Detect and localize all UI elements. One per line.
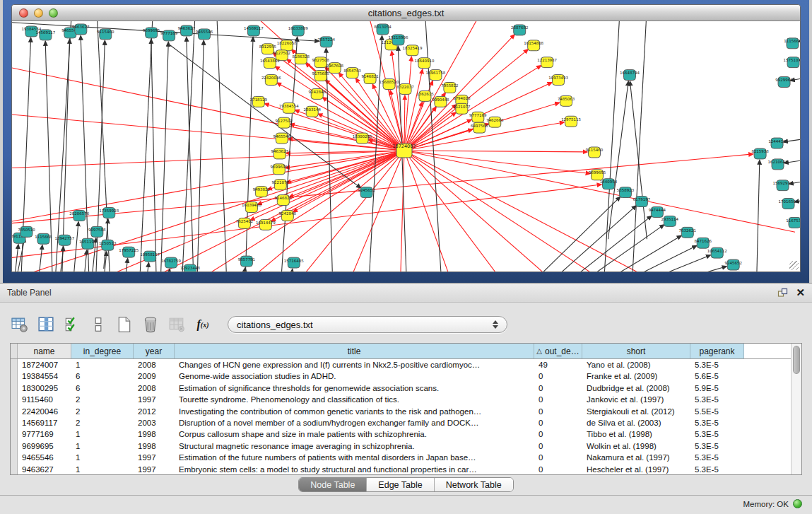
cell-out_degree: 0 bbox=[534, 464, 582, 474]
table-row[interactable]: 1830029562008Estimation of significance … bbox=[11, 382, 791, 394]
table-selector-dropdown[interactable]: citations_edges.txt bbox=[228, 316, 507, 333]
graph-node-label: 9777169 bbox=[469, 113, 487, 117]
cell-short: Yano et al. (2008) bbox=[582, 359, 690, 370]
statusbar-divider bbox=[0, 495, 812, 496]
tab-node-table[interactable]: Node Table bbox=[299, 478, 367, 491]
row-gutter bbox=[11, 452, 18, 463]
deselect-rows-icon[interactable] bbox=[88, 315, 108, 334]
cell-out_degree: 0 bbox=[534, 428, 582, 440]
tab-edge-table[interactable]: Edge Table bbox=[367, 478, 434, 491]
select-all-rows-icon[interactable] bbox=[62, 315, 82, 334]
graph-node-label: 15688520 bbox=[379, 80, 399, 84]
graph-node-label: 18640910 bbox=[415, 59, 435, 63]
close-traffic-light[interactable] bbox=[19, 8, 28, 18]
cell-out_degree: 0 bbox=[534, 452, 582, 463]
table-row[interactable]: 977716911998Corpus callosum shape and si… bbox=[11, 428, 791, 440]
graph-node-label: 9146821 bbox=[361, 74, 378, 78]
citation-network-graph[interactable]: 1872400789129551822605891275028186328982… bbox=[12, 21, 800, 271]
table-row[interactable]: 1938455462009Genome-wide association stu… bbox=[11, 370, 791, 382]
graph-node-label: 19218906 bbox=[389, 35, 408, 40]
graph-node-label: 1115668 bbox=[35, 235, 52, 239]
table-row[interactable]: 2242004622012Investigating the contribut… bbox=[11, 406, 791, 417]
cell-year: 2008 bbox=[134, 359, 175, 370]
cell-year: 1997 bbox=[134, 394, 175, 405]
graph-node-label: 9990448 bbox=[432, 98, 449, 102]
graph-node-label: 1451194 bbox=[79, 240, 97, 244]
cell-in_degree: 6 bbox=[71, 382, 134, 394]
float-panel-icon[interactable] bbox=[777, 288, 789, 298]
graph-node-label: 7857224 bbox=[317, 37, 335, 42]
table-vertical-scrollbar[interactable] bbox=[791, 344, 801, 474]
cell-short: Dudbridge et al. (2008) bbox=[582, 382, 690, 394]
cell-title: Structural magnetic resonance image aver… bbox=[175, 440, 534, 452]
table-row[interactable]: 1872400712008Changes of HCN gene express… bbox=[11, 359, 791, 370]
column-header-out-degree[interactable]: △ out_de… bbox=[534, 344, 582, 358]
graph-node-label: 9245652 bbox=[358, 188, 375, 192]
network-view-window: citations_edges.txt 18724007891295518226… bbox=[3, 0, 809, 283]
graph-node-label: 10958107 bbox=[140, 252, 160, 257]
graph-node-label: 7485063 bbox=[558, 97, 575, 101]
delete-table-icon[interactable] bbox=[141, 315, 160, 334]
network-canvas[interactable]: 1872400789129551822605891275028186328982… bbox=[12, 21, 800, 271]
cell-pagerank: 5.3E-5 bbox=[690, 428, 744, 440]
cell-out_degree: 0 bbox=[534, 440, 582, 452]
new-table-icon[interactable] bbox=[114, 315, 134, 334]
row-gutter bbox=[11, 344, 18, 358]
graph-node-label: 9463627 bbox=[72, 25, 90, 29]
column-header-short[interactable]: short bbox=[582, 344, 690, 358]
graph-node-label: 17359928 bbox=[99, 209, 119, 213]
graph-node-label: 5358923 bbox=[617, 188, 635, 192]
graph-node-label: 8454743 bbox=[343, 69, 361, 73]
tab-network-table[interactable]: Network Table bbox=[435, 478, 513, 491]
table-row[interactable]: 911546021997Tourette syndrome. Phenomeno… bbox=[11, 394, 791, 405]
graph-node-label: 8912955 bbox=[259, 45, 276, 49]
close-panel-icon[interactable]: ✕ bbox=[796, 288, 805, 298]
zoom-traffic-light[interactable] bbox=[49, 8, 58, 18]
graph-node-label: 2803144 bbox=[304, 107, 322, 112]
network-window-titlebar[interactable]: citations_edges.txt bbox=[12, 5, 800, 21]
scrollbar-thumb[interactable] bbox=[793, 346, 800, 374]
cell-out_degree: 0 bbox=[534, 406, 582, 417]
graph-node-label: 9242848 bbox=[309, 90, 326, 94]
table-row[interactable]: 969969511998Structural magnetic resonanc… bbox=[11, 440, 791, 452]
graph-node-label: 19384554 bbox=[279, 104, 299, 108]
table-settings-icon[interactable] bbox=[10, 315, 30, 334]
show-columns-icon[interactable] bbox=[36, 315, 56, 334]
cell-name: 9115460 bbox=[18, 394, 71, 405]
column-header-title[interactable]: title bbox=[175, 344, 534, 358]
header-filler bbox=[744, 344, 791, 358]
graph-node-label: 9121077 bbox=[272, 180, 290, 185]
cell-name: 9465546 bbox=[18, 452, 71, 463]
graph-node-label: 20206576 bbox=[69, 211, 89, 216]
table-row[interactable]: 1456911722003Disruption of a novel membe… bbox=[11, 417, 791, 428]
cell-in_degree: 6 bbox=[71, 370, 134, 382]
network-window-title: citations_edges.txt bbox=[368, 8, 445, 18]
import-table-disabled-icon bbox=[167, 315, 187, 334]
cell-name: 14569117 bbox=[18, 417, 71, 428]
column-header-in-degree[interactable]: in_degree bbox=[71, 344, 134, 358]
graph-node-label: 15692971 bbox=[773, 181, 793, 185]
graph-node-label: 8322037 bbox=[396, 85, 414, 89]
graph-node-label: 9121077 bbox=[453, 105, 471, 109]
function-builder-icon[interactable]: f(x) bbox=[193, 315, 213, 334]
table-row[interactable]: 946554611997Estimation of the future num… bbox=[11, 452, 791, 463]
cell-title: Genome-wide association studies in ADHD. bbox=[175, 370, 534, 382]
column-header-pagerank[interactable]: pagerank bbox=[690, 344, 744, 358]
table-row[interactable]: 946362711997Embryonic stem cells: a mode… bbox=[11, 464, 791, 474]
row-gutter bbox=[11, 406, 18, 417]
graph-node-label: 9929960 bbox=[775, 78, 793, 82]
minimize-traffic-light[interactable] bbox=[34, 8, 43, 18]
table-type-tabbar: Node Table Edge Table Network Table bbox=[0, 477, 812, 492]
row-gutter bbox=[11, 428, 18, 440]
graph-node-label: 9146821 bbox=[275, 196, 292, 200]
window-resize-grip[interactable] bbox=[789, 261, 799, 270]
cell-in_degree: 1 bbox=[71, 452, 134, 463]
graph-node-label: 9097588 bbox=[88, 228, 106, 232]
cell-pagerank: 5.9E-5 bbox=[690, 382, 744, 394]
column-header-year[interactable]: year bbox=[134, 344, 175, 358]
graph-node-label: 7955812 bbox=[441, 83, 458, 88]
cell-short: Nakamura et al. (1997) bbox=[582, 452, 690, 463]
graph-node-label: 8813054 bbox=[374, 25, 392, 29]
column-header-name[interactable]: name bbox=[18, 344, 71, 358]
cell-pagerank: 5.3E-5 bbox=[690, 417, 744, 428]
